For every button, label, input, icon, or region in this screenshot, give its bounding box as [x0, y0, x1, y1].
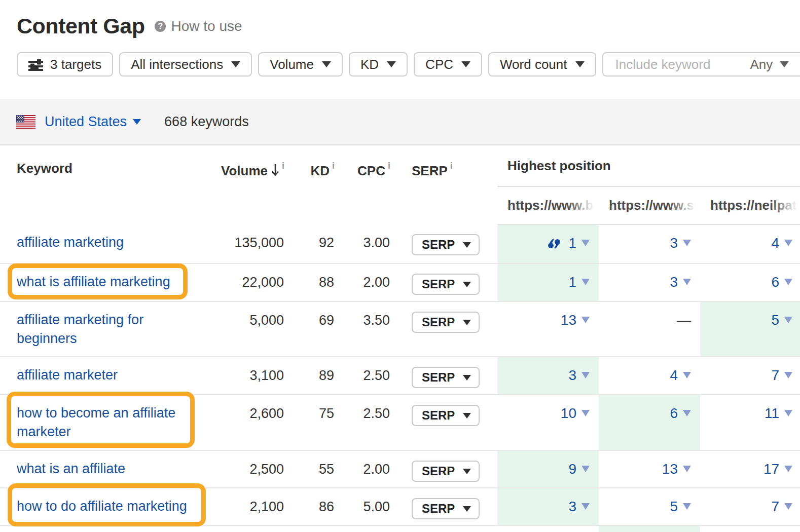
position-dropdown-icon[interactable]: [683, 279, 691, 285]
keyword-cell: affiliate marketing: [0, 224, 213, 263]
column-header-target-url-3[interactable]: https://neilpate: [700, 186, 800, 224]
targets-button[interactable]: 3 targets: [17, 52, 113, 77]
volume-filter-dropdown[interactable]: Volume: [258, 52, 343, 77]
serp-dropdown-button[interactable]: SERP: [412, 234, 480, 255]
serp-dropdown-button[interactable]: SERP: [412, 312, 480, 333]
position-value[interactable]: 4: [670, 367, 678, 383]
chevron-down-icon[interactable]: [133, 119, 141, 125]
keyword-cell: what is an affiliate: [0, 450, 213, 488]
position-value[interactable]: 11: [765, 405, 779, 421]
include-keyword-group: Any: [602, 52, 800, 77]
gap-cell: [487, 357, 497, 395]
serp-button-label: SERP: [422, 238, 455, 252]
keyword-link[interactable]: affiliate marketer: [17, 367, 118, 383]
position-dropdown-icon[interactable]: [581, 372, 590, 378]
position-dropdown-icon[interactable]: [581, 279, 590, 285]
column-header-kd[interactable]: KDi: [284, 145, 335, 224]
kd-cell: 88: [284, 263, 335, 301]
position-dropdown-icon[interactable]: [784, 503, 792, 510]
serp-button-label: SERP: [422, 502, 455, 516]
volume-cell: 5,000: [213, 301, 284, 357]
position-dropdown-icon[interactable]: [683, 410, 691, 416]
keyword-link[interactable]: what is affiliate marketing: [17, 274, 170, 289]
keyword-link[interactable]: what is an affiliate: [17, 461, 125, 476]
position-dropdown-icon[interactable]: [784, 372, 792, 378]
country-selector[interactable]: United States: [45, 114, 127, 130]
position-value[interactable]: 3: [670, 235, 678, 251]
cpc-cell: 2.00: [335, 263, 390, 301]
chevron-down-icon: [231, 61, 240, 67]
serp-dropdown-button[interactable]: SERP: [412, 405, 480, 426]
serp-dropdown-button[interactable]: SERP: [412, 367, 480, 388]
position-dropdown-icon[interactable]: [581, 410, 590, 416]
position-dropdown-icon[interactable]: [581, 240, 590, 246]
include-mode-label[interactable]: Any: [750, 57, 773, 72]
position-value[interactable]: 17: [763, 461, 779, 477]
position-value[interactable]: 3: [670, 274, 678, 290]
keyword-link[interactable]: affiliate marketing for beginners: [17, 312, 143, 346]
position-dropdown-icon[interactable]: [581, 317, 590, 323]
volume-cell: 2,500: [213, 450, 284, 488]
position-dropdown-icon[interactable]: [683, 240, 691, 246]
position-dropdown-icon[interactable]: [784, 466, 792, 472]
volume-filter-label: Volume: [270, 57, 314, 72]
position-value[interactable]: 6: [670, 405, 678, 421]
serp-cell: SERP: [390, 263, 487, 301]
cpc-filter-dropdown[interactable]: CPC: [414, 52, 482, 77]
position-dropdown-icon[interactable]: [784, 279, 792, 285]
position-value[interactable]: 1: [568, 235, 576, 251]
position-cell: 3: [599, 263, 700, 301]
position-value[interactable]: 7: [771, 499, 779, 514]
column-header-target-url-1[interactable]: https://www.bi: [497, 186, 599, 224]
position-value[interactable]: 9: [568, 461, 576, 477]
position-dropdown-icon[interactable]: [784, 240, 792, 246]
position-value[interactable]: 10: [561, 405, 576, 421]
position-value[interactable]: 5: [771, 312, 779, 328]
column-gap: [487, 145, 497, 224]
position-dropdown-icon[interactable]: [784, 410, 792, 416]
position-value[interactable]: 6: [771, 274, 779, 290]
intersections-dropdown[interactable]: All intersections: [119, 52, 252, 77]
info-icon: i: [282, 161, 284, 171]
keyword-link[interactable]: affiliate marketing: [17, 235, 124, 250]
position-dropdown-icon[interactable]: [683, 503, 691, 510]
position-dropdown-icon[interactable]: [683, 466, 691, 472]
position-dropdown-icon[interactable]: [581, 466, 590, 472]
position-cell: [700, 525, 800, 532]
position-dropdown-icon[interactable]: [784, 317, 792, 323]
position-cell: 17: [700, 450, 800, 488]
position-value[interactable]: 3: [568, 499, 576, 514]
how-to-use-link[interactable]: ? How to use: [155, 18, 242, 34]
gap-cell: [487, 450, 497, 488]
chevron-down-icon[interactable]: [780, 61, 789, 67]
position-value[interactable]: —: [677, 312, 691, 328]
chevron-down-icon: [461, 61, 470, 67]
kd-cell: 75: [284, 395, 335, 450]
position-value[interactable]: 3: [568, 367, 576, 383]
kd-cell: 55: [284, 450, 335, 488]
position-value[interactable]: 13: [662, 461, 678, 477]
column-header-target-url-2[interactable]: https://www.sh: [599, 186, 700, 224]
position-value[interactable]: 5: [670, 499, 678, 514]
position-value[interactable]: 4: [771, 235, 779, 251]
position-value[interactable]: 13: [561, 312, 576, 328]
include-keyword-input[interactable]: [615, 57, 743, 72]
serp-dropdown-button[interactable]: SERP: [412, 498, 480, 519]
kd-filter-dropdown[interactable]: KD: [349, 52, 408, 77]
column-header-cpc[interactable]: CPCi: [335, 145, 390, 224]
position-cell: 13: [497, 301, 599, 357]
position-dropdown-icon[interactable]: [581, 503, 590, 510]
serp-dropdown-button[interactable]: SERP: [412, 274, 480, 295]
column-header-keyword[interactable]: Keyword: [0, 145, 213, 224]
targets-label: 3 targets: [50, 57, 101, 72]
position-dropdown-icon[interactable]: [683, 372, 691, 378]
keyword-link[interactable]: how to become an affiliate marketer: [17, 405, 175, 439]
position-value[interactable]: 7: [771, 367, 779, 383]
keyword-link[interactable]: how to do affiliate marketing: [17, 499, 187, 514]
word-count-filter-dropdown[interactable]: Word count: [488, 52, 596, 77]
position-value[interactable]: 1: [568, 274, 576, 290]
kd-cell: 89: [284, 357, 335, 395]
serp-dropdown-button[interactable]: SERP: [412, 461, 480, 482]
volume-cell: 3,100: [213, 357, 284, 395]
column-header-volume[interactable]: Volumei: [213, 145, 284, 224]
